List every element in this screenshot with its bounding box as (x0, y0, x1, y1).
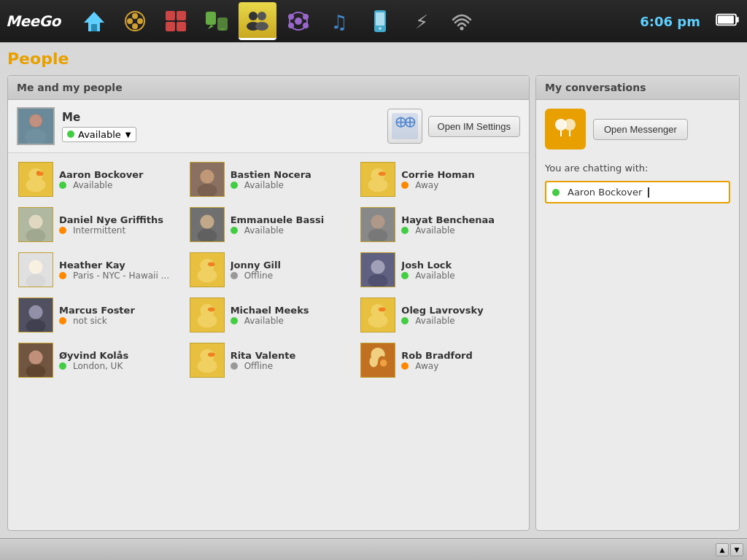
contact-avatar (360, 162, 395, 197)
contact-item[interactable]: Hayat Benchenaa Available (355, 203, 525, 246)
open-messenger-button[interactable]: Open Messenger (593, 119, 688, 140)
contact-status: Available (401, 271, 519, 281)
right-panel: My conversations Open Messenger You are … (535, 75, 740, 531)
svg-rect-32 (736, 17, 739, 22)
contact-item[interactable]: Josh Lock Available (355, 248, 525, 292)
open-im-settings-button[interactable]: Open IM Settings (428, 116, 520, 137)
contact-item[interactable]: Emmanuele Bassi Available (184, 203, 354, 246)
wifi-icon[interactable] (443, 2, 481, 40)
bluetooth-icon[interactable]: ⚡ (402, 2, 440, 40)
contact-status: Available (231, 316, 348, 326)
svg-point-22 (303, 14, 309, 20)
svg-rect-8 (177, 11, 186, 20)
svg-point-98 (380, 359, 387, 367)
contact-status: Available (231, 180, 348, 190)
scroll-up-button[interactable]: ▲ (716, 543, 729, 556)
contact-info: Hayat Benchenaa Available (401, 214, 519, 236)
contact-name: Aaron Bockover (59, 169, 177, 180)
svg-point-3 (127, 18, 133, 24)
contact-avatar (18, 162, 53, 197)
contact-info: Corrie Homan Away (401, 169, 519, 190)
music-icon[interactable]: ♫ (320, 2, 358, 40)
contact-info: Daniel Nye Griffiths Intermittent (59, 214, 177, 236)
contact-name: Rob Bradford (401, 350, 519, 361)
contact-info: Josh Lock Available (401, 260, 519, 281)
contact-item[interactable]: Daniel Nye Griffiths Intermittent (12, 203, 182, 246)
contact-item[interactable]: Marcus Foster not sick (12, 293, 182, 337)
contact-item[interactable]: Bastien Nocera Available (184, 158, 354, 201)
svg-point-88 (28, 351, 42, 365)
contact-status: Available (401, 316, 519, 326)
scroll-down-button[interactable]: ▼ (730, 543, 743, 556)
contact-avatar (18, 252, 53, 287)
svg-point-58 (28, 215, 42, 229)
contact-name: Michael Meeks (231, 305, 348, 316)
status-dropdown[interactable]: Available ▼ (62, 127, 136, 142)
contact-avatar (190, 252, 225, 287)
svg-point-82 (208, 307, 215, 311)
svg-marker-12 (208, 25, 214, 29)
panel-header: Me and my people (8, 76, 529, 100)
svg-rect-11 (206, 12, 216, 25)
svg-point-21 (288, 14, 294, 20)
contact-name: Daniel Nye Griffiths (59, 214, 177, 225)
chat-status-dot (552, 189, 560, 196)
home-icon[interactable] (75, 2, 113, 40)
contact-status: London, UK (59, 361, 177, 371)
svg-point-74 (371, 260, 385, 274)
svg-point-51 (200, 170, 214, 184)
right-panel-header: My conversations (536, 76, 739, 100)
contact-item[interactable]: Michael Meeks Available (184, 293, 354, 337)
svg-point-15 (249, 12, 258, 20)
contact-item[interactable]: Aaron Bockover Available (12, 158, 182, 201)
contact-name: Heather Kay (59, 260, 177, 271)
me-row: Me Available ▼ (8, 100, 529, 153)
contact-info: Jonny Gill Offline (231, 260, 348, 281)
contact-info: Rob Bradford Away (401, 350, 519, 371)
contact-avatar (190, 207, 225, 242)
phone-icon[interactable] (361, 2, 399, 40)
games-icon[interactable] (116, 2, 154, 40)
dropdown-arrow: ▼ (125, 131, 131, 139)
me-actions: Open IM Settings (387, 109, 520, 144)
left-panel: Me and my people Me Available (7, 75, 530, 531)
svg-point-93 (208, 352, 215, 357)
contact-item[interactable]: Jonny Gill Offline (184, 248, 354, 292)
battery-icon (715, 12, 741, 31)
svg-rect-1 (91, 24, 97, 31)
contact-info: Marcus Foster not sick (59, 305, 177, 326)
contact-item[interactable]: Rita Valente Offline (184, 338, 354, 382)
svg-point-37 (30, 114, 42, 127)
svg-point-49 (36, 171, 44, 176)
add-contacts-button[interactable] (387, 109, 422, 144)
contact-avatar (190, 162, 225, 197)
content-area: Me and my people Me Available (7, 75, 740, 531)
people-icon[interactable] (239, 2, 276, 40)
contact-item[interactable]: Rob Bradford Away (355, 338, 525, 382)
svg-rect-7 (166, 11, 175, 20)
chat-icon[interactable] (198, 2, 236, 40)
svg-rect-9 (166, 22, 175, 31)
main-content: People Me and my people Me (0, 42, 747, 538)
contact-name: Jonny Gill (231, 260, 348, 271)
svg-point-72 (208, 262, 215, 266)
contact-name: Marcus Foster (59, 305, 177, 316)
social-icon[interactable] (279, 2, 317, 40)
contact-item[interactable]: Corrie Homan Away (355, 158, 525, 201)
contacts-scroll[interactable]: Aaron Bockover Available Bastien Nocera … (8, 153, 529, 530)
contact-item[interactable]: Heather Kay Paris - NYC - Hawaii ... (12, 248, 182, 292)
contact-name: Rita Valente (231, 350, 348, 361)
contact-name: Bastien Nocera (231, 169, 348, 180)
media-icon[interactable] (157, 2, 195, 40)
contact-item[interactable]: Øyvind Kolås London, UK (12, 338, 182, 382)
svg-point-56 (379, 171, 386, 176)
contact-info: Emmanuele Bassi Available (231, 214, 348, 236)
chat-with-box[interactable]: Aaron Bockover (545, 181, 730, 203)
contact-status: Paris - NYC - Hawaii ... (59, 271, 177, 281)
contact-item[interactable]: Oleg Lavrovsky Available (355, 293, 525, 337)
contact-name: Josh Lock (401, 260, 519, 271)
svg-point-28 (379, 27, 382, 30)
contact-info: Aaron Bockover Available (59, 169, 177, 190)
svg-point-4 (137, 18, 143, 24)
contact-info: Heather Kay Paris - NYC - Hawaii ... (59, 260, 177, 281)
